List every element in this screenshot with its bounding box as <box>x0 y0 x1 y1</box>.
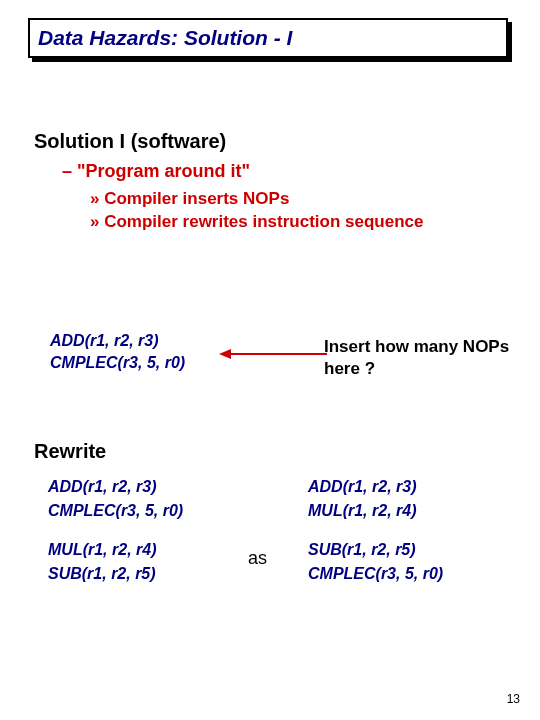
before-line-4: SUB(r1, r2, r5) <box>48 563 183 585</box>
page-number: 13 <box>507 692 520 706</box>
bullet-level2-b: » Compiler rewrites instruction sequence <box>90 211 512 234</box>
bullet-level1: – "Program around it" <box>62 161 512 182</box>
arrow-left-icon <box>219 346 329 362</box>
svg-marker-1 <box>219 349 231 359</box>
after-line-2: MUL(r1, r2, r4) <box>308 500 443 522</box>
rewrite-before-column: ADD(r1, r2, r3) CMPLEC(r3, 5, r0) MUL(r1… <box>48 476 183 588</box>
as-label: as <box>248 548 267 569</box>
rewrite-heading: Rewrite <box>34 440 106 463</box>
after-line-1: ADD(r1, r2, r3) <box>308 476 443 498</box>
slide-title: Data Hazards: Solution - I <box>38 26 292 50</box>
code-line-1: ADD(r1, r2, r3) <box>50 330 185 352</box>
section-heading: Solution I (software) <box>34 130 512 153</box>
content-area: Solution I (software) – "Program around … <box>34 130 512 234</box>
bullet-level2-a: » Compiler inserts NOPs <box>90 188 512 211</box>
question-text: Insert how many NOPs here ? <box>324 336 512 380</box>
before-line-1: ADD(r1, r2, r3) <box>48 476 183 498</box>
example-code-block: ADD(r1, r2, r3) CMPLEC(r3, 5, r0) <box>50 330 185 373</box>
after-line-4: CMPLEC(r3, 5, r0) <box>308 563 443 585</box>
title-box: Data Hazards: Solution - I <box>28 18 508 58</box>
before-line-3: MUL(r1, r2, r4) <box>48 539 183 561</box>
before-line-2: CMPLEC(r3, 5, r0) <box>48 500 183 522</box>
after-line-3: SUB(r1, r2, r5) <box>308 539 443 561</box>
code-line-2: CMPLEC(r3, 5, r0) <box>50 352 185 374</box>
rewrite-after-column: ADD(r1, r2, r3) MUL(r1, r2, r4) SUB(r1, … <box>308 476 443 588</box>
